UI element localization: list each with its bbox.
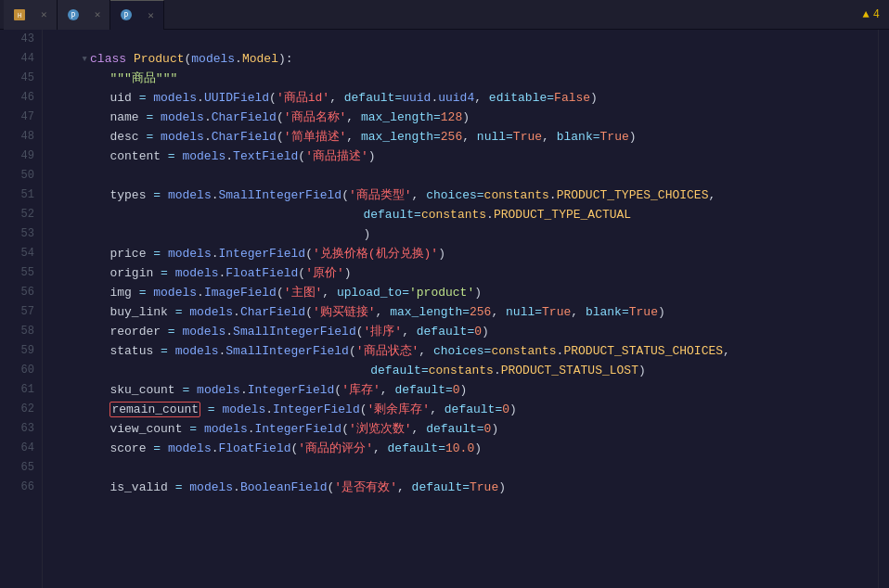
svg-text:P: P: [71, 11, 75, 19]
code-line-63: view_count = models.IntegerField('浏览次数',…: [52, 419, 878, 439]
code-line-46: uid = models.UUIDField('商品id', default=u…: [52, 88, 878, 108]
tab-views-close[interactable]: ✕: [95, 8, 101, 20]
code-line-61: sku_count = models.IntegerField('库存', de…: [52, 380, 878, 400]
line-number-47: 47: [0, 108, 34, 127]
tab-models[interactable]: P ✕: [110, 0, 164, 30]
line-number-63: 63: [0, 419, 34, 439]
code-line-52: default=constants.PRODUCT_TYPE_ACTUAL: [52, 205, 878, 224]
html-icon: H: [13, 8, 26, 21]
python-icon-models: P: [120, 8, 133, 21]
code-line-65: [52, 458, 878, 478]
line-number-44: 44: [0, 49, 34, 69]
scrollbar[interactable]: [878, 30, 889, 588]
line-number-43: 43: [0, 30, 34, 49]
line-number-66: 66: [0, 478, 34, 497]
warning-count: 4: [873, 8, 880, 21]
line-number-54: 54: [0, 244, 34, 263]
code-line-66: is_valid = models.BooleanField('是否有效', d…: [52, 478, 878, 497]
code-line-57: buy_link = models.CharField('购买链接', max_…: [52, 302, 878, 322]
code-line-50: [52, 166, 878, 185]
line-number-61: 61: [0, 380, 34, 400]
line-number-65: 65: [0, 458, 34, 478]
code-line-49: content = models.TextField('商品描述'): [52, 147, 878, 166]
line-number-62: 62: [0, 400, 34, 419]
line-number-52: 52: [0, 205, 34, 224]
line-number-56: 56: [0, 283, 34, 302]
code-line-47: name = models.CharField('商品名称', max_leng…: [52, 108, 878, 127]
line-number-45: 45: [0, 69, 34, 88]
svg-text:H: H: [18, 12, 21, 19]
code-area: 4344454647484950515253545556575859606162…: [0, 30, 889, 588]
line-number-55: 55: [0, 263, 34, 283]
code-line-54: price = models.IntegerField('兑换价格(机分兑换)'…: [52, 244, 878, 263]
code-line-60: default=constants.PRODUCT_STATUS_LOST): [52, 361, 878, 380]
code-line-56: img = models.ImageField('主图', upload_to=…: [52, 283, 878, 302]
warning-icon: ▲: [863, 8, 870, 21]
code-line-62: remain_count = models.IntegerField('剩余库存…: [52, 400, 878, 419]
python-icon-views: P: [67, 8, 80, 21]
tab-views[interactable]: P ✕: [58, 0, 111, 30]
line-number-59: 59: [0, 341, 34, 361]
line-number-50: 50: [0, 166, 34, 185]
line-number-49: 49: [0, 147, 34, 166]
line-number-48: 48: [0, 127, 34, 147]
code-line-51: types = models.SmallIntegerField('商品类型',…: [52, 185, 878, 205]
code-content[interactable]: ▾class Product(models.Model): """商品""" u…: [43, 30, 878, 588]
line-number-58: 58: [0, 322, 34, 341]
tab-bar: H ✕ P ✕ P ✕ ▲ 4: [0, 0, 889, 30]
line-number-53: 53: [0, 224, 34, 244]
svg-text:P: P: [124, 12, 129, 20]
tab-product-list-close[interactable]: ✕: [41, 8, 47, 20]
code-line-44: ▾class Product(models.Model):: [52, 49, 878, 69]
line-number-46: 46: [0, 88, 34, 108]
line-number-60: 60: [0, 361, 34, 380]
code-line-59: status = models.SmallIntegerField('商品状态'…: [52, 341, 878, 361]
code-line-53: ): [52, 224, 878, 244]
tab-models-close[interactable]: ✕: [148, 9, 154, 21]
code-line-43: [52, 30, 878, 49]
code-line-64: score = models.FloatField('商品的评分', defau…: [52, 439, 878, 458]
tab-product-list[interactable]: H ✕: [4, 0, 58, 30]
code-line-45: """商品""": [52, 69, 878, 88]
line-number-57: 57: [0, 302, 34, 322]
code-line-58: reorder = models.SmallIntegerField('排序',…: [52, 322, 878, 341]
line-numbers: 4344454647484950515253545556575859606162…: [0, 30, 43, 588]
code-line-55: origin = models.FloatField('原价'): [52, 263, 878, 283]
line-number-51: 51: [0, 185, 34, 205]
line-number-64: 64: [0, 439, 34, 458]
warning-badge: ▲ 4: [863, 8, 880, 21]
code-line-48: desc = models.CharField('简单描述', max_leng…: [52, 127, 878, 147]
